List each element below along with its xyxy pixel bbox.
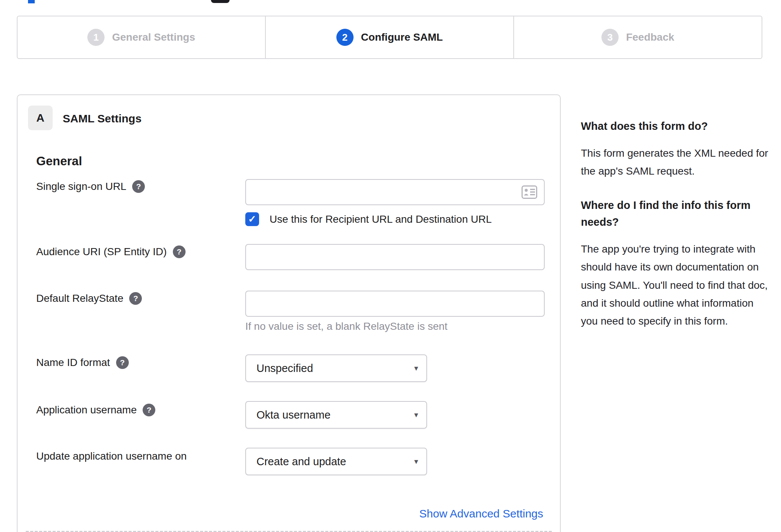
update-username-label: Update application username on	[36, 450, 187, 462]
sso-url-help-icon[interactable]: ?	[132, 180, 145, 193]
help-sidebar: What does this form do? This form genera…	[581, 118, 771, 347]
application-username-help-icon[interactable]: ?	[143, 404, 155, 416]
top-edge-artifact-blue	[28, 0, 35, 3]
relay-state-help-icon[interactable]: ?	[129, 292, 142, 305]
step-label: Feedback	[626, 31, 674, 43]
sidebar-body-what: This form generates the XML needed for t…	[581, 144, 771, 181]
sidebar-body-where: The app you're trying to integrate with …	[581, 240, 771, 331]
audience-uri-input[interactable]	[245, 244, 545, 270]
sidebar-heading-where: Where do I find the info this form needs…	[581, 197, 771, 231]
step-number-badge: 2	[336, 29, 354, 46]
sso-url-input-wrap	[245, 179, 545, 205]
recipient-url-checkbox-label: Use this for Recipient URL and Destinati…	[270, 213, 492, 225]
audience-uri-label: Audience URI (SP Entity ID)	[36, 246, 167, 258]
name-id-format-label: Name ID format	[36, 357, 110, 369]
name-id-format-help-icon[interactable]: ?	[116, 356, 129, 369]
show-advanced-settings-link[interactable]: Show Advanced Settings	[419, 507, 543, 520]
application-username-label: Application username	[36, 404, 137, 416]
audience-uri-label-row: Audience URI (SP Entity ID) ?	[36, 245, 186, 258]
step-number-badge: 3	[601, 29, 619, 46]
step-number-badge: 1	[87, 29, 105, 46]
step-configure-saml[interactable]: 2 Configure SAML	[265, 16, 513, 58]
relay-state-label: Default RelayState	[36, 292, 123, 304]
sso-url-label: Single sign-on URL	[36, 181, 126, 193]
step-label: General Settings	[112, 31, 195, 43]
application-username-label-row: Application username ?	[36, 404, 155, 416]
update-username-label-row: Update application username on	[36, 450, 187, 462]
section-a-badge: A	[28, 106, 53, 130]
saml-settings-panel: A SAML Settings General Single sign-on U…	[17, 94, 561, 532]
update-username-select[interactable]: Create and update ▾	[245, 448, 427, 475]
recipient-url-checkbox[interactable]: ✓	[245, 212, 259, 226]
recipient-url-checkbox-row: ✓ Use this for Recipient URL and Destina…	[245, 212, 492, 226]
step-feedback[interactable]: 3 Feedback	[513, 16, 762, 58]
application-username-select[interactable]: Okta username ▾	[245, 401, 427, 429]
relay-state-input[interactable]	[245, 291, 545, 317]
audience-uri-help-icon[interactable]: ?	[173, 245, 186, 258]
sso-url-input[interactable]	[245, 179, 545, 205]
step-general-settings[interactable]: 1 General Settings	[18, 16, 265, 58]
panel-title: SAML Settings	[63, 112, 141, 125]
name-id-format-select[interactable]: Unspecified ▾	[245, 354, 427, 382]
top-edge-artifact-dark	[211, 0, 230, 3]
sso-url-label-row: Single sign-on URL ?	[36, 180, 145, 193]
chevron-down-icon: ▾	[414, 410, 418, 419]
name-id-format-value: Unspecified	[246, 362, 313, 375]
relay-state-hint: If no value is set, a blank RelayState i…	[245, 320, 448, 332]
relay-state-label-row: Default RelayState ?	[36, 292, 142, 305]
general-section-title: General	[36, 154, 82, 168]
contact-card-icon[interactable]	[522, 185, 537, 199]
chevron-down-icon: ▾	[414, 457, 418, 466]
wizard-stepper: 1 General Settings 2 Configure SAML 3 Fe…	[17, 16, 762, 59]
name-id-format-label-row: Name ID format ?	[36, 356, 129, 369]
chevron-down-icon: ▾	[414, 364, 418, 373]
step-label: Configure SAML	[361, 31, 443, 43]
application-username-value: Okta username	[246, 409, 330, 421]
sidebar-heading-what: What does this form do?	[581, 118, 771, 135]
update-username-value: Create and update	[246, 456, 346, 468]
